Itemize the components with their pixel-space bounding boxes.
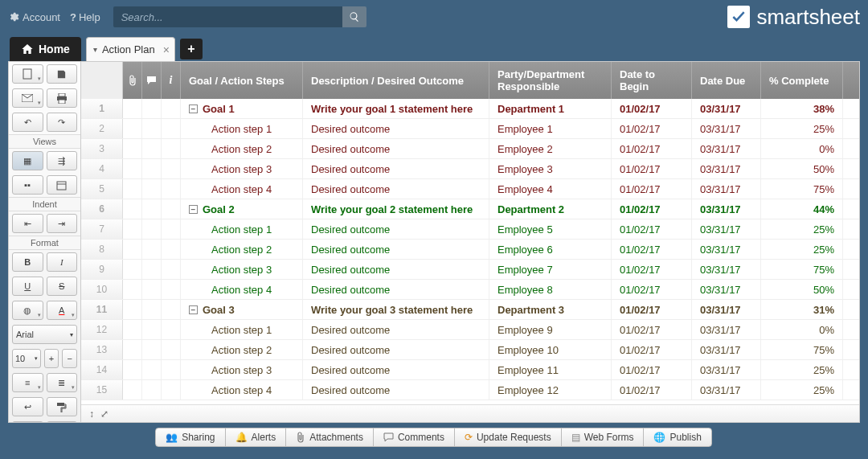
alerts-tab[interactable]: 🔔Alerts	[225, 428, 287, 447]
sharing-tab[interactable]: 👥Sharing	[155, 428, 225, 447]
party-cell[interactable]: Employee 10	[489, 340, 612, 359]
bold-button[interactable]: B	[12, 252, 43, 272]
begin-column-header[interactable]: Date to Begin	[612, 62, 692, 99]
tab-dropdown-icon[interactable]: ▾	[93, 45, 97, 54]
search-button[interactable]	[342, 6, 366, 27]
due-cell[interactable]: 03/31/17	[692, 99, 761, 118]
table-row[interactable]: 2Action step 1Desired outcomeEmployee 10…	[81, 119, 859, 139]
comment-cell[interactable]	[142, 179, 162, 199]
due-cell[interactable]: 03/31/17	[692, 159, 761, 178]
align-horizontal-button[interactable]: ≡▾	[12, 373, 43, 392]
grid-view-button[interactable]: ▦	[12, 151, 43, 170]
sheet-tab[interactable]: ▾ Action Plan ×	[86, 37, 175, 61]
info-col-header[interactable]: i	[162, 62, 181, 99]
text-color-button[interactable]: A▾	[47, 301, 78, 320]
comment-cell[interactable]	[142, 380, 162, 400]
comment-cell[interactable]	[142, 240, 162, 259]
pct-cell[interactable]: 25%	[761, 219, 843, 239]
due-cell[interactable]: 03/31/17	[692, 240, 761, 259]
desc-cell[interactable]: Desired outcome	[303, 240, 489, 259]
attach-cell[interactable]	[123, 380, 142, 400]
info-cell[interactable]	[162, 119, 181, 138]
account-link[interactable]: Account	[8, 11, 60, 23]
info-cell[interactable]	[162, 199, 181, 219]
pct-cell[interactable]: 0%	[761, 320, 843, 339]
goal-cell[interactable]: Action step 4	[181, 280, 303, 299]
party-cell[interactable]: Employee 3	[489, 159, 612, 178]
desc-cell[interactable]: Desired outcome	[303, 340, 489, 359]
attach-cell[interactable]	[123, 240, 142, 259]
info-cell[interactable]	[162, 380, 181, 400]
begin-cell[interactable]: 01/02/17	[612, 280, 692, 299]
collapse-icon[interactable]: −	[189, 305, 198, 314]
print-button[interactable]	[47, 88, 78, 108]
attach-col-header[interactable]	[123, 62, 142, 99]
table-row[interactable]: 6−Goal 2Write your goal 2 statement here…	[81, 199, 859, 219]
row-number[interactable]: 14	[81, 360, 123, 379]
home-tab[interactable]: Home	[10, 37, 81, 61]
info-cell[interactable]	[162, 240, 181, 259]
row-number[interactable]: 4	[81, 159, 123, 178]
row-number[interactable]: 12	[81, 320, 123, 339]
forms-tab[interactable]: ▤Web Forms	[561, 428, 645, 447]
due-cell[interactable]: 03/31/17	[692, 139, 761, 158]
begin-cell[interactable]: 01/02/17	[612, 159, 692, 178]
goal-cell[interactable]: Action step 4	[181, 179, 303, 199]
desc-cell[interactable]: Desired outcome	[303, 320, 489, 339]
desc-cell[interactable]: Desired outcome	[303, 159, 489, 178]
goal-cell[interactable]: Action step 2	[181, 340, 303, 359]
info-cell[interactable]	[162, 320, 181, 339]
due-cell[interactable]: 03/31/17	[692, 260, 761, 279]
wrap-button[interactable]: ↩	[12, 397, 43, 416]
expand-icon[interactable]: ⤢	[100, 408, 108, 420]
goal-cell[interactable]: Action step 1	[181, 320, 303, 339]
party-cell[interactable]: Employee 12	[489, 380, 612, 400]
begin-cell[interactable]: 01/02/17	[612, 340, 692, 359]
gantt-view-button[interactable]: ⇶	[47, 151, 78, 170]
font-select[interactable]: Arial▾	[12, 325, 77, 344]
due-cell[interactable]: 03/31/17	[692, 280, 761, 299]
add-tab-button[interactable]: +	[180, 39, 203, 59]
begin-cell[interactable]: 01/02/17	[612, 260, 692, 279]
new-sheet-button[interactable]: ▾	[12, 64, 43, 84]
begin-cell[interactable]: 01/02/17	[612, 179, 692, 199]
pct-cell[interactable]: 75%	[761, 179, 843, 199]
outdent-button[interactable]: ⇤	[12, 214, 43, 233]
goal-cell[interactable]: Action step 2	[181, 240, 303, 259]
due-column-header[interactable]: Date Due	[692, 62, 761, 99]
row-number[interactable]: 6	[81, 199, 123, 219]
increase-size-button[interactable]: +	[44, 349, 59, 368]
row-number[interactable]: 5	[81, 179, 123, 199]
pct-cell[interactable]: 25%	[761, 380, 843, 400]
comments-tab[interactable]: Comments	[373, 428, 455, 447]
table-row[interactable]: 3Action step 2Desired outcomeEmployee 20…	[81, 139, 859, 159]
data-grid[interactable]: 1−Goal 1Write your goal 1 statement here…	[81, 99, 859, 404]
party-cell[interactable]: Employee 7	[489, 260, 612, 279]
begin-cell[interactable]: 01/02/17	[612, 240, 692, 259]
party-cell[interactable]: Department 1	[489, 99, 612, 118]
party-cell[interactable]: Employee 2	[489, 139, 612, 158]
desc-cell[interactable]: Desired outcome	[303, 260, 489, 279]
pct-cell[interactable]: 31%	[761, 300, 843, 319]
attach-cell[interactable]	[123, 179, 142, 199]
row-number[interactable]: 2	[81, 119, 123, 138]
attach-cell[interactable]	[123, 139, 142, 158]
comment-cell[interactable]	[142, 360, 162, 379]
pct-cell[interactable]: 75%	[761, 340, 843, 359]
attach-cell[interactable]	[123, 199, 142, 219]
highlight-button[interactable]: ✎	[47, 421, 78, 422]
table-row[interactable]: 7Action step 1Desired outcomeEmployee 50…	[81, 219, 859, 240]
due-cell[interactable]: 03/31/17	[692, 199, 761, 219]
pct-cell[interactable]: 25%	[761, 240, 843, 259]
begin-cell[interactable]: 01/02/17	[612, 219, 692, 239]
info-cell[interactable]	[162, 280, 181, 299]
attach-cell[interactable]	[123, 280, 142, 299]
party-cell[interactable]: Employee 8	[489, 280, 612, 299]
party-column-header[interactable]: Party/Department Responsible	[489, 62, 612, 99]
goal-cell[interactable]: −Goal 3	[181, 300, 303, 319]
publish-tab[interactable]: 🌐Publish	[643, 428, 711, 447]
goal-cell[interactable]: −Goal 1	[181, 99, 303, 118]
due-cell[interactable]: 03/31/17	[692, 340, 761, 359]
comment-col-header[interactable]	[142, 62, 162, 99]
updates-tab[interactable]: ⟳Update Requests	[454, 428, 562, 447]
